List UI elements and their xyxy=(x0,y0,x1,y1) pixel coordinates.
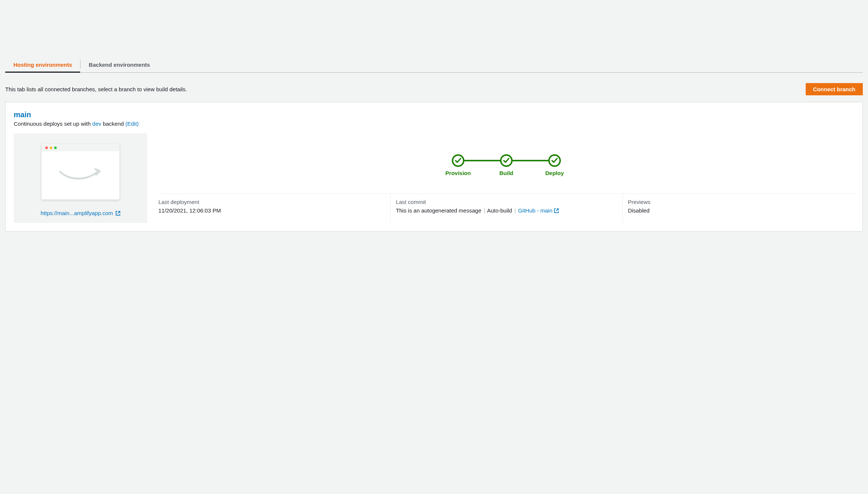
preview-url-text: https://main...amplifyapp.com xyxy=(40,210,113,216)
commit-source-link[interactable]: GitHub - main xyxy=(518,207,559,215)
connect-branch-button[interactable]: Connect branch xyxy=(806,83,863,95)
stage-label: Provision xyxy=(445,170,471,176)
info-label: Last deployment xyxy=(158,199,382,205)
info-last-deployment: Last deployment 11/20/2021, 12:06:03 PM xyxy=(158,194,390,223)
external-link-icon xyxy=(115,211,121,216)
stage-label: Build xyxy=(499,170,513,176)
branch-subtitle-prefix: Continuous deploys set up with xyxy=(14,121,92,127)
browser-body xyxy=(42,151,119,200)
toolbar-description: This tab lists all connected branches, s… xyxy=(5,86,187,92)
pipeline-stage-deploy[interactable]: Deploy xyxy=(530,154,579,176)
toolbar: This tab lists all connected branches, s… xyxy=(5,73,863,102)
tabs-bar: Hosting environments Backend environment… xyxy=(5,57,863,73)
info-label: Last commit xyxy=(396,199,614,205)
branch-name-link[interactable]: main xyxy=(14,111,854,119)
preview-column: https://main...amplifyapp.com xyxy=(14,134,147,223)
window-dot-red xyxy=(45,146,48,149)
branch-subtitle: Continuous deploys set up with dev backe… xyxy=(14,121,854,127)
window-dot-green xyxy=(54,146,57,149)
branch-card: main Continuous deploys set up with dev … xyxy=(5,102,863,231)
info-last-commit: Last commit This is an autogenerated mes… xyxy=(390,194,622,223)
stage-label: Deploy xyxy=(545,170,564,176)
separator-pipe: | xyxy=(514,207,517,214)
info-value: Disabled xyxy=(628,207,846,215)
backend-name-link[interactable]: dev xyxy=(92,121,101,127)
preview-url-link[interactable]: https://main...amplifyapp.com xyxy=(40,210,120,216)
commit-source-text: GitHub - main xyxy=(518,207,553,215)
separator-pipe: | xyxy=(483,207,486,214)
edit-backend-link[interactable]: (Edit) xyxy=(125,121,139,127)
check-circle-icon xyxy=(548,154,561,167)
info-grid: Last deployment 11/20/2021, 12:06:03 PM … xyxy=(158,193,854,223)
info-value: 11/20/2021, 12:06:03 PM xyxy=(158,207,382,215)
info-previews: Previews Disabled xyxy=(622,194,854,223)
tab-hosting-environments[interactable]: Hosting environments xyxy=(5,57,80,72)
window-dot-yellow xyxy=(50,146,52,149)
pipeline: Provision Build xyxy=(158,134,854,193)
tab-backend-environments[interactable]: Backend environments xyxy=(80,57,158,72)
browser-titlebar xyxy=(42,144,119,151)
pipeline-stage-build[interactable]: Build xyxy=(482,154,530,176)
auto-build-label: Auto-build xyxy=(487,207,512,214)
pipeline-stage-provision[interactable]: Provision xyxy=(434,154,482,176)
site-preview-thumbnail[interactable] xyxy=(42,144,119,200)
external-link-icon xyxy=(554,208,559,213)
amazon-smile-icon xyxy=(58,168,103,183)
branch-subtitle-suffix: backend xyxy=(101,121,125,127)
info-value: This is an autogenerated message | Auto-… xyxy=(396,207,614,215)
info-label: Previews xyxy=(628,199,846,205)
commit-message: This is an autogenerated message xyxy=(396,207,481,214)
check-circle-icon xyxy=(500,154,513,167)
check-circle-icon xyxy=(452,154,464,167)
